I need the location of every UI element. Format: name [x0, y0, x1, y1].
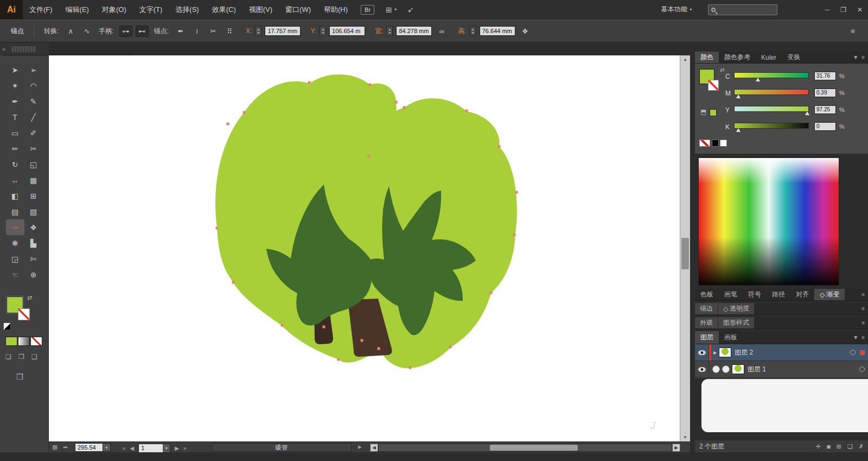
closest-web-color-swatch[interactable] [710, 109, 717, 116]
connect-path-icon[interactable]: ≀ [190, 26, 203, 37]
white-swatch[interactable] [720, 140, 727, 147]
step-down-icon[interactable]: ▼ [388, 31, 392, 34]
convert-to-smooth-icon[interactable]: ∿ [80, 26, 93, 37]
panel-grip[interactable] [12, 46, 36, 52]
pen-tool[interactable]: ✒ [6, 93, 24, 109]
none-mode-button[interactable] [30, 337, 42, 346]
new-sublayer-icon[interactable]: ⊞ [837, 443, 841, 450]
layer-name[interactable]: 图层 1 [748, 365, 766, 374]
artboard-dropdown-icon[interactable]: ▼ [163, 444, 170, 452]
yellow-slider[interactable] [734, 106, 809, 112]
shape-builder-tool[interactable]: ◧ [6, 188, 24, 204]
scroll-left-icon[interactable]: ◀ [370, 444, 378, 452]
tab-color[interactable]: 颜色 [695, 52, 719, 63]
artwork[interactable] [49, 55, 680, 441]
black-value-input[interactable]: 0 [814, 122, 836, 131]
menu-type[interactable]: 文字(T) [133, 0, 169, 20]
swap-fill-stroke-icon[interactable]: ⇄ [27, 294, 32, 301]
cut-path-icon[interactable]: ✂ [207, 26, 220, 37]
scroll-right-icon[interactable]: ▶ [672, 444, 680, 452]
yellow-value-input[interactable]: 97.25 [814, 105, 836, 114]
zoom-tool[interactable]: ⊕ [24, 267, 43, 282]
magic-wand-tool[interactable]: ✶ [6, 78, 24, 93]
horizontal-scroll-thumb[interactable] [490, 445, 578, 451]
magenta-value-input[interactable]: 0.39 [814, 89, 836, 97]
tab-transparency[interactable]: ◇ 透明度 [718, 303, 755, 314]
menu-view[interactable]: 视图(V) [242, 0, 279, 20]
vertical-scrollbar[interactable]: ▲ ▼ [680, 55, 690, 441]
target-circle-icon[interactable] [859, 367, 865, 372]
last-artboard-icon[interactable]: » [183, 445, 187, 451]
add-anchor-point-tool[interactable]: ✎ [24, 93, 43, 109]
zoom-dropdown-icon[interactable]: ▼ [103, 443, 111, 452]
y-input[interactable]: 106.654 m [329, 26, 365, 36]
tab-symbols[interactable]: 符号 [743, 289, 767, 300]
zoom-control[interactable]: 295.54 ▼ [75, 443, 111, 452]
next-artboard-icon[interactable]: ▶ [175, 445, 179, 451]
swap-fill-stroke-icon[interactable]: ⇄ [720, 67, 724, 73]
step-down-icon[interactable]: ▼ [257, 31, 260, 34]
scale-tool[interactable]: ◱ [24, 156, 43, 172]
magenta-slider-thumb[interactable] [736, 94, 741, 98]
feather-icon[interactable]: ➶ [407, 5, 414, 14]
free-transform-tool[interactable]: ▦ [24, 172, 43, 188]
black-slider-thumb[interactable] [736, 128, 741, 132]
direct-selection-tool[interactable]: ➢ [24, 62, 43, 78]
hide-handles-icon[interactable]: ⊷ [136, 26, 149, 37]
y-stepper[interactable]: ▲▼ [320, 26, 326, 36]
tab-color-guide[interactable]: 颜色参考 [719, 52, 756, 63]
close-button[interactable]: ✕ [857, 6, 863, 14]
width-input[interactable]: 84.278 mm [396, 26, 432, 36]
panel-menu-icon[interactable]: ≡ [861, 320, 865, 326]
horizontal-scroll-track[interactable] [378, 444, 672, 452]
zoom-input[interactable]: 295.54 [75, 443, 103, 452]
tab-artboards[interactable]: 画板 [719, 331, 743, 344]
workspace-switcher[interactable]: 基本功能 ▼ [661, 5, 693, 14]
snap-grid-icon[interactable]: ⠿ [223, 26, 236, 37]
artboard-number-input[interactable]: 1 [139, 444, 163, 452]
height-input[interactable]: 76.644 mm [480, 26, 515, 36]
new-layer-icon[interactable]: ❏ [847, 443, 853, 450]
cyan-slider[interactable] [734, 72, 809, 78]
cyan-value-input[interactable]: 31.76 [814, 72, 836, 80]
menu-select[interactable]: 选择(S) [169, 0, 205, 20]
width-tool[interactable]: ↔ [6, 172, 24, 188]
menu-object[interactable]: 对象(O) [95, 0, 133, 20]
panel-menu-icon[interactable]: ≡ [861, 306, 865, 312]
perspective-grid-tool[interactable]: ⊞ [24, 188, 43, 204]
rotate-tool[interactable]: ↻ [6, 156, 24, 172]
gradient-mode-button[interactable] [18, 337, 30, 346]
cyan-slider-thumb[interactable] [756, 78, 760, 81]
paintbrush-tool[interactable]: ✐ [24, 125, 43, 141]
status-grid-icon[interactable]: ▦ [52, 444, 58, 451]
panel-menu-icon[interactable]: ≡ [861, 292, 865, 298]
menu-file[interactable]: 文件(F) [23, 0, 59, 20]
minimize-button[interactable]: ─ [825, 6, 830, 14]
height-stepper[interactable]: ▲▼ [470, 26, 476, 36]
web-color-warning-cube-icon[interactable]: ⬒ [700, 108, 706, 116]
delete-layer-icon[interactable]: ✗ [859, 443, 864, 450]
tab-kuler[interactable]: Kuler [756, 52, 782, 63]
collapse-panel-icon[interactable]: « [2, 46, 5, 52]
visibility-toggle[interactable] [695, 361, 709, 377]
canvas-artboard[interactable]: J [49, 55, 680, 441]
arrange-documents-icon[interactable]: ⊞ ▼ [386, 5, 398, 14]
menu-edit[interactable]: 编辑(E) [59, 0, 95, 20]
panel-menu-icon[interactable]: ≡ [861, 334, 865, 340]
transform-panel-icon[interactable]: ❖ [519, 26, 532, 37]
bridge-button[interactable]: Br [361, 5, 374, 15]
gradient-tool[interactable]: ▧ [24, 204, 43, 219]
visibility-toggle[interactable] [695, 344, 709, 361]
search-input[interactable] [718, 7, 768, 13]
panel-dropdown-icon[interactable]: ▼ [853, 334, 858, 340]
x-stepper[interactable]: ▲▼ [255, 26, 261, 36]
tab-graphic-styles[interactable]: 图形样式 [718, 317, 755, 329]
scroll-down-icon[interactable]: ▼ [680, 433, 690, 441]
previous-artboard-icon[interactable]: ◀ [130, 445, 135, 451]
screen-mode-button[interactable]: ❒ [16, 372, 23, 381]
tab-brushes[interactable]: 画笔 [719, 289, 743, 300]
current-tool-status[interactable]: 吸管 [212, 443, 352, 452]
step-down-icon[interactable]: ▼ [471, 31, 475, 34]
tab-appearance[interactable]: 外观 [695, 317, 718, 329]
line-segment-tool[interactable]: ╱ [24, 109, 43, 125]
